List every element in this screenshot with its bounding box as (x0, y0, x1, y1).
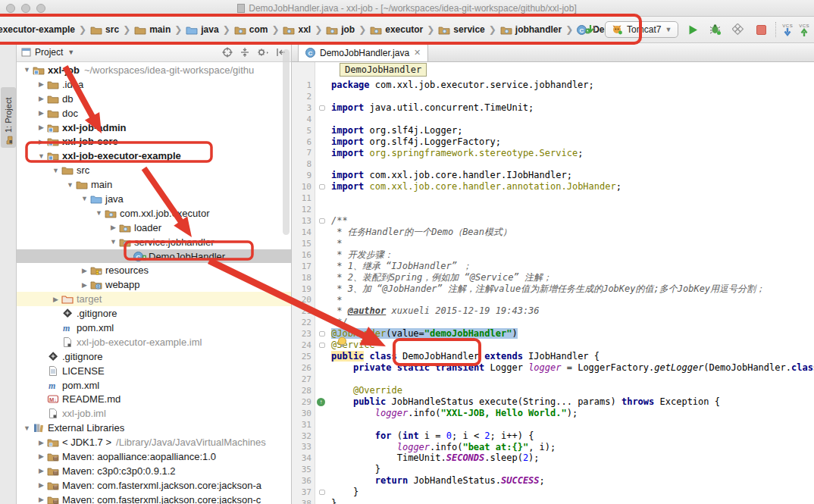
override-marker-icon[interactable]: ↑ (317, 398, 325, 406)
fold-marker-icon[interactable] (319, 343, 325, 348)
code-line-15[interactable]: * (331, 238, 814, 249)
collapse-all-icon[interactable] (240, 47, 250, 58)
coverage-button[interactable] (730, 21, 747, 38)
locate-file-icon[interactable] (222, 47, 233, 58)
tree-item-readme-md[interactable]: M↓README.md (17, 392, 291, 406)
code-line-30[interactable]: logger.info("XXL-JOB, Hello World."); (331, 408, 814, 419)
tree-expand-arrow-icon[interactable]: ▼ (93, 209, 105, 217)
fold-marker-icon[interactable] (319, 184, 325, 189)
code-line-1[interactable]: package com.xxl.job.executor.service.job… (331, 80, 814, 91)
code-line-33[interactable]: logger.info("beat at:{}", i); (331, 442, 814, 453)
code-line-25[interactable]: public class DemoJobHandler extends IJob… (331, 351, 814, 362)
code-line-38[interactable]: } (331, 498, 814, 504)
code-line-8[interactable] (331, 158, 814, 170)
code-line-31[interactable] (331, 419, 814, 430)
tree-item-maven-c3p0-c3p0-0-9-1-2[interactable]: ▶Maven: c3p0:c3p0:0.9.1.2 (17, 464, 291, 478)
code-line-20[interactable]: * (331, 295, 814, 306)
tree-expand-arrow-icon[interactable]: ▶ (36, 496, 47, 503)
fold-marker-icon[interactable] (319, 331, 325, 337)
tree-expand-arrow-icon[interactable]: ▼ (108, 238, 119, 246)
project-tool-window-button[interactable]: 1: Project (1, 87, 16, 148)
tree-item-maven-com-fasterxml-jackson-core-jackson-a[interactable]: ▶Maven: com.fasterxml.jackson.core:jacks… (17, 478, 291, 493)
code-line-26[interactable]: private static transient Logger logger =… (331, 362, 814, 374)
code-line-10[interactable]: import com.xxl.job.core.handler.annotati… (331, 181, 814, 193)
tree-scrollbar[interactable] (283, 49, 290, 235)
run-button[interactable] (684, 21, 701, 38)
close-icon[interactable]: ✕ (414, 48, 421, 58)
breadcrumb-item-main[interactable]: main (133, 24, 171, 36)
code-line-19[interactable]: * 3、加 “@JobHander” 注解，注解value值为新增任务生成的Jo… (331, 283, 814, 295)
code-line-7[interactable]: import org.springframework.stereotype.Se… (331, 148, 814, 159)
tree-expand-arrow-icon[interactable]: ▶ (36, 124, 47, 131)
vcs-commit-button[interactable]: VCS (799, 23, 809, 36)
tree-expand-arrow-icon[interactable]: ▼ (21, 66, 33, 74)
code-line-9[interactable]: import com.xxl.job.core.handler.IJobHand… (331, 170, 814, 181)
tree-item-resources[interactable]: ▶resources (17, 263, 291, 277)
tree-item-target[interactable]: ▶target (17, 292, 291, 306)
code-line-12[interactable] (331, 204, 814, 215)
code-line-32[interactable]: for (int i = 0; i < 2; i++) { (331, 430, 814, 442)
breadcrumb-item-java[interactable]: java (185, 24, 219, 36)
settings-gear-icon[interactable] (257, 47, 269, 58)
tree-expand-arrow-icon[interactable]: ▼ (50, 167, 61, 174)
tree-expand-arrow-icon[interactable]: ▼ (21, 424, 33, 432)
tree-item-webapp[interactable]: ▶webapp (17, 277, 291, 292)
code-line-36[interactable]: return JobHandleStatus.SUCCESS; (331, 475, 814, 487)
tree-item-loader[interactable]: ▶loader (17, 221, 291, 235)
tree-item-xxl-job-iml[interactable]: xxl-job.iml (17, 406, 291, 421)
tree-item-external-libraries[interactable]: ▼External Libraries (17, 421, 291, 435)
breadcrumb-item-service[interactable]: service (437, 24, 485, 36)
scroll-down-icon[interactable] (582, 21, 599, 38)
breadcrumb-item-com[interactable]: com (233, 24, 269, 36)
run-configuration-select[interactable]: Tomcat7 ▼ (605, 21, 678, 38)
tree-item-doc[interactable]: ▶doc (17, 106, 291, 121)
tree-expand-arrow-icon[interactable]: ▶ (36, 467, 47, 474)
intention-bulb-icon[interactable] (337, 337, 347, 348)
code-line-11[interactable] (331, 193, 814, 204)
tree-expand-arrow-icon[interactable]: ▶ (36, 439, 47, 446)
code-line-22[interactable]: */ (331, 317, 814, 328)
fold-marker-icon[interactable] (319, 218, 325, 224)
tree-expand-arrow-icon[interactable]: ▶ (36, 452, 47, 460)
tree-item--jdk1-7-[interactable]: ▶< JDK1.7 >/Library/Java/JavaVirtualMach… (17, 435, 291, 449)
tree-expand-arrow-icon[interactable]: ▼ (36, 152, 47, 160)
fold-marker-icon[interactable] (319, 105, 325, 111)
tree-expand-arrow-icon[interactable]: ▶ (79, 267, 90, 274)
tree-item-xxl-job-executor-example[interactable]: ▼xxl-job-executor-example (17, 149, 291, 163)
tree-item-xxl-job-core[interactable]: ▶xxl-job-core (17, 134, 291, 149)
tree-item-main[interactable]: ▼main (17, 177, 291, 192)
debug-button[interactable] (707, 21, 724, 38)
breadcrumb-item-executor[interactable]: executor (369, 24, 424, 36)
code-line-37[interactable]: } (331, 487, 814, 498)
editor-body[interactable]: 1234567891011121314151617181920212223242… (292, 62, 814, 504)
tree-expand-arrow-icon[interactable]: ▶ (108, 224, 119, 231)
tree-item-license[interactable]: LICENSE (17, 364, 291, 378)
tree-item-pom-xml[interactable]: mpom.xml (17, 378, 291, 393)
code-line-16[interactable]: * 开发步骤： (331, 249, 814, 261)
code-line-28[interactable]: @Override (331, 385, 814, 396)
code-line-13[interactable]: /** (331, 215, 814, 227)
code-line-35[interactable]: } (331, 464, 814, 475)
fold-marker-icon[interactable] (319, 490, 325, 495)
tree-item-db[interactable]: ▶db (17, 92, 291, 106)
code-line-14[interactable]: * 任务Handler的一个Demo（Bean模式） (331, 227, 814, 238)
tree-item-xxl-job-executor-example-iml[interactable]: xxl-job-executor-example.iml (17, 335, 291, 349)
code-area[interactable]: package com.xxl.job.executor.service.job… (328, 62, 814, 504)
tree-item-maven-com-fasterxml-jackson-core-jackson-c[interactable]: ▶Maven: com.fasterxml.jackson.core:jacks… (17, 493, 291, 504)
tree-item--idea[interactable]: ▶.idea (17, 77, 291, 92)
code-line-4[interactable] (331, 114, 814, 125)
tree-item--gitignore[interactable]: .gitignore (17, 306, 291, 321)
code-line-3[interactable]: import java.util.concurrent.TimeUnit; (331, 102, 814, 114)
code-line-18[interactable]: * 2、装配到Spring，例如加 “@Service” 注解； (331, 272, 814, 283)
tree-expand-arrow-icon[interactable]: ▶ (79, 281, 90, 289)
breadcrumb-item-executor-example[interactable]: executor-example (0, 24, 76, 35)
code-line-21[interactable]: * @author xuxueli 2015-12-19 19:43:36 (331, 305, 814, 317)
tree-expand-arrow-icon[interactable]: ▼ (79, 195, 90, 202)
code-line-6[interactable]: import org.slf4j.LoggerFactory; (331, 136, 814, 148)
tree-item-java[interactable]: ▼java (17, 192, 291, 206)
code-line-23[interactable]: @JobHander(value="demoJobHandler") (331, 328, 814, 340)
breadcrumb-item-jobhandler[interactable]: jobhandler (499, 24, 562, 36)
stop-button[interactable] (753, 21, 769, 38)
tree-item--gitignore[interactable]: .gitignore (17, 349, 291, 364)
code-line-17[interactable]: * 1、继承 “IJobHandler” ； (331, 261, 814, 272)
